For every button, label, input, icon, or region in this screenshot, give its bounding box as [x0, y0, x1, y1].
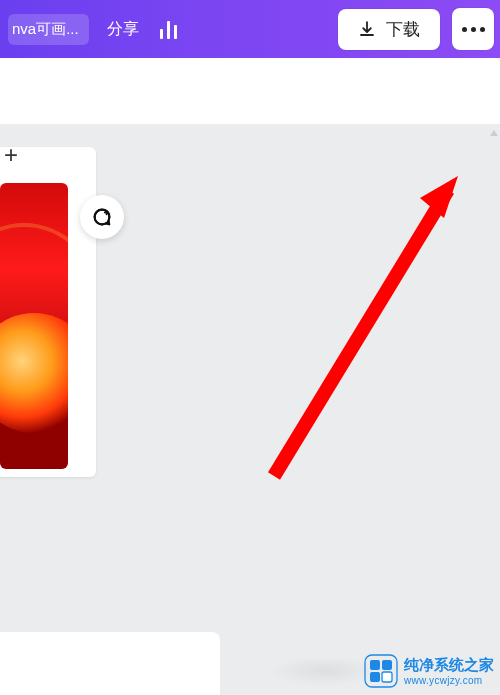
watermark-logo-icon	[364, 654, 398, 688]
svg-rect-10	[382, 672, 392, 682]
analytics-button[interactable]	[157, 19, 181, 39]
svg-rect-8	[382, 660, 392, 670]
decorative-glow	[0, 313, 68, 433]
download-icon	[358, 20, 376, 38]
add-page-icon[interactable]: +	[4, 141, 18, 169]
page-tray: +	[0, 147, 96, 477]
svg-rect-9	[370, 672, 380, 682]
add-comment-button[interactable]	[80, 195, 124, 239]
more-options-button[interactable]	[452, 8, 494, 50]
watermark-url: www.ycwjzy.com	[404, 675, 494, 686]
design-title-chip[interactable]: nva可画...	[8, 14, 89, 45]
top-toolbar: nva可画... 分享 下载	[0, 0, 500, 58]
more-icon	[471, 27, 476, 32]
bar-chart-icon	[174, 25, 177, 39]
watermark: 纯净系统之家 www.ycwjzy.com	[364, 654, 494, 688]
annotation-arrow	[234, 176, 474, 496]
bar-chart-icon	[167, 21, 170, 39]
toolbar-right-group: 下载	[338, 8, 500, 50]
more-icon	[462, 27, 467, 32]
download-label: 下载	[386, 18, 420, 41]
secondary-bar	[0, 58, 500, 124]
share-label: 分享	[107, 20, 139, 37]
svg-line-4	[274, 190, 448, 476]
design-title-text: nva可画...	[12, 20, 79, 37]
bar-chart-icon	[160, 29, 163, 39]
svg-rect-6	[365, 655, 397, 687]
editor-workspace: +	[0, 124, 500, 695]
comment-plus-icon	[91, 206, 113, 228]
svg-rect-7	[370, 660, 380, 670]
design-thumbnail[interactable]	[0, 183, 68, 469]
watermark-text: 纯净系统之家 www.ycwjzy.com	[404, 656, 494, 686]
download-button[interactable]: 下载	[338, 9, 440, 50]
watermark-brand: 纯净系统之家	[404, 656, 494, 675]
svg-marker-5	[420, 176, 458, 218]
bottom-panel	[0, 632, 220, 695]
share-button[interactable]: 分享	[107, 19, 139, 40]
more-icon	[480, 27, 485, 32]
scroll-up-icon[interactable]	[488, 126, 498, 144]
